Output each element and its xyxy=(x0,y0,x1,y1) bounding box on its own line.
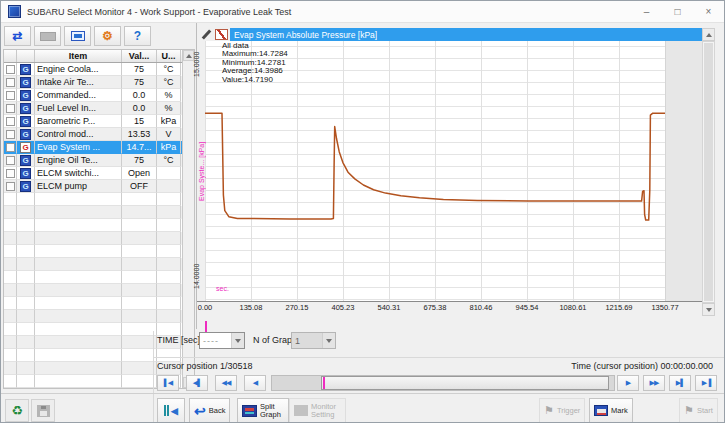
checkbox-cell xyxy=(4,219,17,232)
item-value xyxy=(122,232,157,245)
table-row[interactable]: GIntake Air Te...75°C xyxy=(4,76,183,89)
step-back-button[interactable]: ◀▌ xyxy=(186,375,208,391)
checkbox-cell xyxy=(4,349,17,362)
chevron-down-icon xyxy=(322,333,335,348)
chart-plot-area[interactable]: All dataMaximum:14.7284Minimum:14.2781Av… xyxy=(205,41,665,301)
item-checkbox[interactable] xyxy=(6,182,15,191)
pen-tool-icon[interactable] xyxy=(200,28,213,42)
data-transfer-button[interactable]: ⇄ xyxy=(4,26,31,46)
maximize-button[interactable]: □ xyxy=(662,1,693,22)
timeline-thumb[interactable] xyxy=(321,376,609,390)
graph-item-icon: G xyxy=(20,90,31,101)
chart-stats: All dataMaximum:14.7284Minimum:14.2781Av… xyxy=(222,42,288,84)
time-axis-label: TIME [sec] xyxy=(157,335,200,345)
chart-scroll-down-icon[interactable] xyxy=(702,303,715,316)
step-forward-button[interactable]: ▶▌ xyxy=(669,375,691,391)
skip-end-button[interactable]: ▶▐ xyxy=(695,375,717,391)
fast-forward-button[interactable]: ▶▶ xyxy=(643,375,665,391)
x-tick-label: 810.46 xyxy=(470,303,493,312)
item-checkbox[interactable] xyxy=(6,117,15,126)
pause-button[interactable]: ◀ xyxy=(157,398,185,423)
item-name xyxy=(35,284,122,297)
table-row[interactable]: GBarometric P...15kPa xyxy=(4,115,183,128)
app-window: SUBARU Select Monitor 4 - Work Support -… xyxy=(0,0,725,423)
table-empty-row xyxy=(4,258,183,271)
item-value: 14.7... xyxy=(122,141,157,154)
save-button[interactable] xyxy=(31,399,55,422)
time-axis-select[interactable]: ---- xyxy=(199,332,245,349)
print-button[interactable] xyxy=(34,26,61,46)
item-checkbox[interactable] xyxy=(6,156,15,165)
graph-icon-cell xyxy=(17,310,35,323)
window-titlebar: SUBARU Select Monitor 4 - Work Support -… xyxy=(1,1,724,23)
item-checkbox[interactable] xyxy=(6,104,15,113)
item-checkbox[interactable] xyxy=(6,91,15,100)
checkbox-cell xyxy=(4,76,17,89)
graph-icon-cell: G xyxy=(17,76,35,89)
save-icon xyxy=(37,405,50,417)
chart-scroll-up-icon[interactable] xyxy=(702,28,715,41)
refresh-button[interactable]: ♻ xyxy=(5,399,29,422)
graph-item-icon: G xyxy=(20,103,31,114)
checkbox-cell xyxy=(4,375,17,388)
n-of-graph-select[interactable]: 1 xyxy=(291,332,336,349)
mark-button[interactable]: Mark xyxy=(589,398,633,423)
fast-rewind-button[interactable]: ◀◀ xyxy=(215,375,237,391)
table-row[interactable]: GELCM pumpOFF xyxy=(4,180,183,193)
graph-icon-cell xyxy=(17,375,35,388)
graph-item-icon: G xyxy=(20,77,31,88)
item-name xyxy=(35,271,122,284)
slider-cursor-line xyxy=(323,377,325,389)
item-checkbox[interactable] xyxy=(6,78,15,87)
table-row[interactable]: GCommanded...0.0% xyxy=(4,89,183,102)
table-empty-row xyxy=(4,206,183,219)
item-checkbox[interactable] xyxy=(6,130,15,139)
help-icon: ? xyxy=(134,29,141,43)
y-axis-title: Evap Syste... [kPa] xyxy=(198,119,205,223)
chevron-down-icon[interactable] xyxy=(231,333,244,348)
skip-start-button[interactable]: ▌◀ xyxy=(157,375,179,391)
monitor-setting-label: Monitor Setting xyxy=(311,403,341,419)
item-name xyxy=(35,362,122,375)
item-value xyxy=(122,206,157,219)
graph-mode-icon[interactable] xyxy=(215,29,228,40)
play-back-button[interactable]: ◀ xyxy=(244,375,266,391)
item-name xyxy=(35,375,122,388)
item-checkbox[interactable] xyxy=(6,169,15,178)
help-button[interactable]: ? xyxy=(124,26,151,46)
cursor-position-label: Cursor position 1/30518 xyxy=(157,361,253,371)
table-row[interactable]: GEvap System ...14.7...kPa xyxy=(4,141,183,154)
monitor-setting-button[interactable]: Monitor Setting xyxy=(289,398,346,423)
graph-icon-cell: G xyxy=(17,115,35,128)
window-title: SUBARU Select Monitor 4 - Work Support -… xyxy=(27,7,291,17)
table-row[interactable]: GELCM switchi...Open xyxy=(4,167,183,180)
timeline-scrollbar[interactable] xyxy=(271,375,615,391)
checkbox-cell xyxy=(4,232,17,245)
chart-vertical-scrollbar[interactable] xyxy=(702,41,715,303)
start-button[interactable]: ⚑ Start xyxy=(679,398,718,423)
trigger-button[interactable]: ⚑ Trigger xyxy=(539,398,585,423)
settings-button[interactable]: ⚙ xyxy=(94,26,121,46)
minimize-button[interactable]: – xyxy=(631,1,662,22)
monitor-list-button[interactable] xyxy=(64,26,91,46)
table-empty-row xyxy=(4,297,183,310)
x-tick-label: 540.31 xyxy=(378,303,401,312)
table-empty-row xyxy=(4,193,183,206)
back-button[interactable]: ↩ Back xyxy=(189,398,230,423)
play-forward-button[interactable]: ▶ xyxy=(617,375,639,391)
left-toolbar: ⇄ ⚙ ? xyxy=(4,26,151,46)
item-checkbox[interactable] xyxy=(6,143,15,152)
header-item: Item xyxy=(35,50,122,62)
close-button[interactable]: × xyxy=(693,1,724,22)
split-graph-button[interactable]: Split Graph xyxy=(237,398,289,423)
graph-item-icon: G xyxy=(20,155,31,166)
table-row[interactable]: GControl mod...13.53V xyxy=(4,128,183,141)
table-row[interactable]: GFuel Level In...0.0% xyxy=(4,102,183,115)
item-checkbox[interactable] xyxy=(6,65,15,74)
item-unit xyxy=(157,219,181,232)
table-row[interactable]: GEngine Coola...75°C xyxy=(4,63,183,76)
graph-icon-cell: G xyxy=(17,102,35,115)
checkbox-cell xyxy=(4,284,17,297)
item-value: 0.0 xyxy=(122,102,157,115)
table-row[interactable]: GEngine Oil Te...75°C xyxy=(4,154,183,167)
